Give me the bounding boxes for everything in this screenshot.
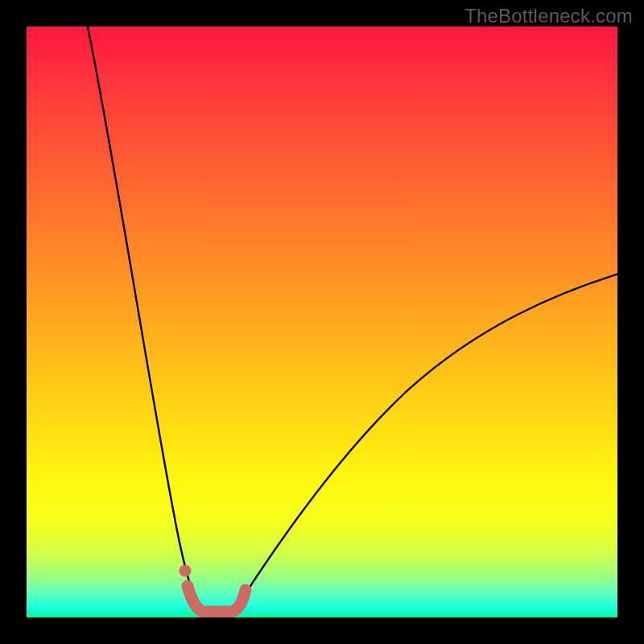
curve-left-branch: [87, 27, 200, 611]
optimal-region-marker: [188, 586, 246, 612]
optimal-start-dot: [180, 565, 192, 577]
curve-layer: [27, 27, 617, 617]
curve-right-branch: [234, 272, 617, 611]
chart-frame: TheBottleneck.com: [0, 0, 644, 644]
plot-area: [27, 27, 617, 617]
watermark-text: TheBottleneck.com: [464, 5, 633, 27]
